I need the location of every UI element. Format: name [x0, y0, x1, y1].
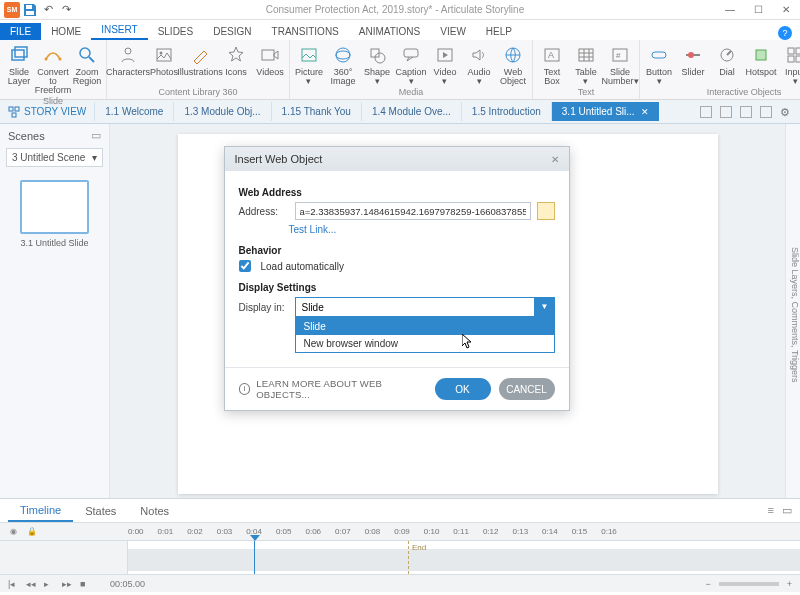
tab-view[interactable]: VIEW	[430, 23, 476, 40]
right-panel-collapsed[interactable]: Slide Layers, Comments, Triggers	[785, 124, 800, 498]
dropdown-option-slide[interactable]: Slide	[296, 318, 554, 335]
timeline-track[interactable]: End	[128, 541, 800, 574]
audio-button[interactable]: Audio ▾	[462, 42, 496, 86]
rewind-start-button[interactable]: |◂	[8, 579, 18, 589]
view-icon[interactable]	[720, 106, 732, 118]
tab-insert[interactable]: INSERT	[91, 21, 148, 40]
step-back-button[interactable]: ◂◂	[26, 579, 36, 589]
bottom-tab-right-icons: ≡ ▭	[768, 504, 792, 517]
slide-canvas[interactable]: Insert Web Object ✕ Web Address Address:…	[110, 124, 785, 498]
timeline-object-bar[interactable]	[128, 549, 800, 571]
360-image-button[interactable]: 360° Image	[326, 42, 360, 86]
illustrations-button[interactable]: Illustrations	[181, 42, 219, 77]
maximize-button[interactable]: ☐	[744, 0, 772, 20]
text-box-button[interactable]: AText Box	[535, 42, 569, 86]
svg-point-10	[160, 52, 163, 55]
redo-icon[interactable]: ↷	[58, 2, 74, 18]
timeline-layers-list[interactable]	[0, 541, 128, 574]
slider-button[interactable]: Slider	[676, 42, 710, 77]
tab-home[interactable]: HOME	[41, 23, 91, 40]
dialog-close-icon[interactable]: ✕	[551, 154, 559, 165]
view-icon[interactable]	[740, 106, 752, 118]
icons-button[interactable]: Icons	[219, 42, 253, 77]
view-icon[interactable]: ⚙	[780, 106, 792, 118]
address-input[interactable]	[295, 202, 531, 220]
lock-icon[interactable]: 🔒	[27, 527, 37, 536]
convert-freeform-button[interactable]: Convert to Freeform	[36, 42, 70, 95]
picture-button[interactable]: Picture ▾	[292, 42, 326, 86]
eye-icon[interactable]: ◉	[10, 527, 17, 536]
doc-tab[interactable]: 1.4 Module Ove...	[361, 102, 461, 121]
doc-tab[interactable]: 1.1 Welcome	[94, 102, 173, 121]
stop-button[interactable]: ■	[80, 579, 90, 589]
ok-button[interactable]: OK	[435, 378, 491, 400]
zoom-slider[interactable]	[719, 582, 779, 586]
playhead[interactable]	[254, 541, 255, 574]
svg-rect-42	[12, 113, 16, 117]
dropdown-option-new-window[interactable]: New browser window	[296, 335, 554, 352]
slide-thumbnail[interactable]	[20, 180, 89, 234]
tab-help[interactable]: HELP	[476, 23, 522, 40]
minimize-button[interactable]: —	[716, 0, 744, 20]
view-icon[interactable]	[700, 106, 712, 118]
display-in-select[interactable]: ▼ Slide New browser window	[295, 297, 555, 317]
zoom-in-button[interactable]: +	[787, 579, 792, 589]
save-icon[interactable]	[22, 2, 38, 18]
svg-line-7	[89, 57, 94, 62]
video-button[interactable]: Video ▾	[428, 42, 462, 86]
timeline-tool-icon[interactable]: ≡	[768, 504, 774, 517]
dropdown-toggle-button[interactable]: ▼	[535, 297, 555, 317]
close-tab-icon[interactable]: ✕	[641, 107, 649, 117]
test-link[interactable]: Test Link...	[289, 224, 555, 235]
browse-folder-button[interactable]	[537, 202, 555, 220]
hotspot-button[interactable]: Hotspot	[744, 42, 778, 77]
help-icon[interactable]: ?	[778, 26, 792, 40]
table-button[interactable]: Table ▾	[569, 42, 603, 86]
tab-timeline[interactable]: Timeline	[8, 500, 73, 522]
tab-states[interactable]: States	[73, 501, 128, 521]
tab-notes[interactable]: Notes	[128, 501, 181, 521]
web-object-button[interactable]: Web Object	[496, 42, 530, 86]
doc-tab-active[interactable]: 3.1 Untitled Sli...✕	[551, 102, 659, 121]
tab-file[interactable]: FILE	[0, 23, 41, 40]
caption-button[interactable]: Caption ▾	[394, 42, 428, 86]
tab-transitions[interactable]: TRANSITIONS	[262, 23, 349, 40]
close-button[interactable]: ✕	[772, 0, 800, 20]
zoom-region-button[interactable]: Zoom Region	[70, 42, 104, 86]
story-view-button[interactable]: STORY VIEW	[0, 106, 94, 118]
button-insert-button[interactable]: Button ▾	[642, 42, 676, 86]
load-automatically-checkbox[interactable]	[239, 260, 251, 272]
app-menu-icon[interactable]: SM	[4, 2, 20, 18]
scenes-menu-icon[interactable]: ▭	[91, 129, 101, 142]
cancel-button[interactable]: CANCEL	[499, 378, 555, 400]
slide-layer-button[interactable]: Slide Layer	[2, 42, 36, 86]
step-forward-button[interactable]: ▸▸	[62, 579, 72, 589]
ribbon-group-content-library: Characters Photos Illustrations Icons Vi…	[107, 40, 290, 99]
shape-button[interactable]: Shape ▾	[360, 42, 394, 86]
timeline-footer: |◂ ◂◂ ▸ ▸▸ ■ 00:05.00 − +	[0, 574, 800, 592]
dial-button[interactable]: Dial	[710, 42, 744, 77]
undo-icon[interactable]: ↶	[40, 2, 56, 18]
learn-more-link[interactable]: i LEARN MORE ABOUT WEB OBJECTS...	[239, 378, 435, 400]
view-icon[interactable]	[760, 106, 772, 118]
zoom-out-button[interactable]: −	[705, 579, 710, 589]
timeline-end-marker[interactable]	[408, 541, 409, 574]
input-button[interactable]: Input ▾	[778, 42, 800, 86]
timeline-ruler[interactable]: ◉ 🔒 0:00 0:01 0:02 0:03 0:04 0:05 0:06 0…	[0, 523, 800, 541]
ribbon-group-label: Text	[578, 86, 595, 99]
photos-button[interactable]: Photos	[147, 42, 181, 77]
doc-tab[interactable]: 1.5 Introduction	[461, 102, 551, 121]
doc-tab[interactable]: 1.15 Thank You	[271, 102, 361, 121]
tab-slides[interactable]: SLIDES	[148, 23, 204, 40]
characters-button[interactable]: Characters	[109, 42, 147, 77]
play-button[interactable]: ▸	[44, 579, 54, 589]
scene-selector[interactable]: 3 Untitled Scene▾	[6, 148, 103, 167]
doc-tab[interactable]: 1.3 Module Obj...	[173, 102, 270, 121]
tab-animations[interactable]: ANIMATIONS	[349, 23, 430, 40]
tab-design[interactable]: DESIGN	[203, 23, 261, 40]
display-in-input[interactable]	[295, 297, 535, 317]
window-title: Consumer Protection Act, 2019.story* - A…	[74, 4, 716, 15]
slide-number-button[interactable]: #Slide Number▾	[603, 42, 637, 86]
videos-button[interactable]: Videos	[253, 42, 287, 77]
timeline-tool-icon[interactable]: ▭	[782, 504, 792, 517]
